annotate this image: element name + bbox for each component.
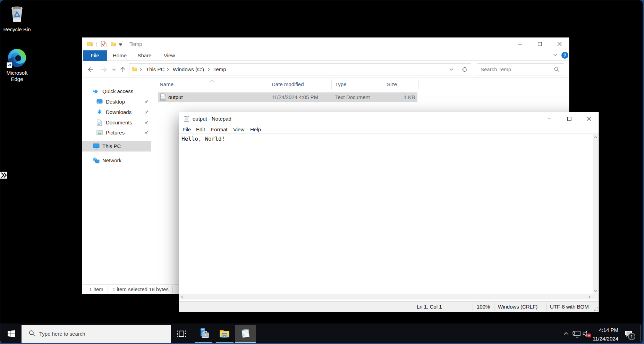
vertical-scrollbar[interactable]	[593, 134, 599, 294]
tab-file[interactable]: File	[83, 50, 107, 61]
taskbar: 4:14 PM 11/24/2024 1	[0, 323, 643, 343]
start-button[interactable]	[0, 323, 22, 343]
tab-home[interactable]: Home	[107, 50, 133, 61]
encoding: UTF-8 with BOM	[550, 302, 589, 312]
show-desktop-button[interactable]	[641, 325, 643, 342]
search-icon	[554, 67, 559, 72]
address-bar[interactable]: This PC Windows (C:) Temp	[129, 63, 458, 75]
menu-help[interactable]: Help	[250, 125, 261, 134]
customize-toolbar-icon[interactable]	[119, 43, 122, 46]
file-row-output[interactable]: output 11/24/2024 4:05 PM Text Document …	[158, 92, 417, 102]
this-pc-icon	[93, 143, 100, 149]
notepad-maximize-button[interactable]	[559, 112, 579, 125]
downloads-icon	[96, 109, 103, 115]
selection-size: 18 bytes	[149, 285, 169, 294]
sidebar-item-documents[interactable]: Documents	[82, 117, 151, 128]
taskbar-search-box[interactable]	[22, 325, 171, 343]
recycle-bin-icon	[9, 4, 25, 24]
tray-show-hidden-icons-button[interactable]	[561, 328, 571, 339]
notepad-text-content: Hello, World!	[181, 136, 225, 142]
crumb-chevron-icon[interactable]	[167, 68, 169, 72]
properties-check-icon[interactable]	[101, 41, 107, 47]
recent-locations-icon[interactable]	[112, 68, 116, 71]
qat-separator	[96, 42, 96, 47]
tab-view[interactable]: View	[156, 50, 182, 61]
tab-share[interactable]: Share	[133, 50, 156, 61]
file-name: output	[168, 92, 183, 102]
double-chevron-right-icon	[0, 172, 7, 179]
column-header-type[interactable]: Type	[335, 79, 347, 90]
crumb-chevron-icon[interactable]	[207, 68, 210, 72]
menu-file[interactable]: File	[183, 125, 191, 134]
task-view-button[interactable]	[171, 323, 192, 343]
breadcrumb-windows-c[interactable]: Windows (C:)	[173, 64, 204, 75]
status-separator	[108, 286, 108, 293]
notepad-window-title: output - Notepad	[193, 112, 231, 125]
minimize-icon	[548, 117, 552, 121]
sidebar-item-pictures[interactable]: Pictures	[82, 128, 151, 138]
explorer-close-button[interactable]	[550, 38, 569, 50]
sidebar-item-network[interactable]: Network	[82, 155, 151, 166]
running-indicator-active	[235, 342, 256, 343]
action-center-button[interactable]: 1	[621, 326, 637, 341]
item-count: 1 item	[89, 285, 103, 294]
cursor-position: Ln 1, Col 1	[417, 302, 442, 312]
connection-bar-expand-button[interactable]	[0, 172, 7, 179]
explorer-search-box[interactable]	[477, 63, 564, 75]
taskbar-app-notepad[interactable]	[235, 325, 256, 342]
new-folder-icon[interactable]	[111, 42, 116, 47]
address-folder-icon	[132, 67, 137, 72]
menu-edit[interactable]: Edit	[196, 125, 205, 134]
notepad-close-button[interactable]	[579, 112, 599, 125]
scroll-left-icon[interactable]	[181, 295, 183, 298]
explorer-search-input[interactable]	[481, 64, 550, 75]
network-icon	[93, 157, 100, 164]
column-separator[interactable]	[331, 80, 332, 89]
back-icon[interactable]	[88, 67, 94, 72]
sidebar-item-quick-access[interactable]: Quick access	[82, 86, 151, 97]
help-button[interactable]: ?	[561, 52, 568, 59]
explorer-maximize-button[interactable]	[530, 38, 550, 50]
tray-clock[interactable]: 4:14 PM 11/24/2024	[577, 326, 618, 341]
resize-grip[interactable]	[594, 307, 598, 311]
notepad-text-area[interactable]: Hello, World!	[179, 134, 593, 294]
scroll-down-icon[interactable]	[594, 290, 598, 292]
maximize-icon	[538, 42, 542, 46]
server-manager-icon	[198, 328, 209, 339]
taskbar-search-input[interactable]	[39, 325, 164, 342]
explorer-minimize-button[interactable]	[510, 38, 530, 50]
menu-format[interactable]: Format	[211, 125, 228, 134]
address-dropdown-icon[interactable]	[449, 68, 454, 71]
horizontal-scrollbar[interactable]	[179, 294, 593, 300]
scroll-right-icon[interactable]	[588, 295, 591, 298]
up-icon[interactable]	[120, 67, 126, 73]
breadcrumb-this-pc[interactable]: This PC	[146, 64, 164, 75]
notepad-minimize-button[interactable]	[540, 112, 559, 125]
recycle-bin-label: Recycle Bin	[3, 26, 31, 33]
taskbar-app-file-explorer[interactable]	[214, 323, 235, 343]
scroll-up-icon[interactable]	[594, 136, 598, 138]
crumb-chevron-icon[interactable]	[139, 68, 142, 72]
column-header-name[interactable]: Name	[160, 79, 173, 90]
search-icon	[29, 330, 35, 336]
desktop-icon-recycle-bin[interactable]: Recycle Bin	[7, 3, 27, 33]
column-header-size[interactable]: Size	[387, 79, 397, 90]
column-separator[interactable]	[268, 80, 268, 89]
desktop-icon	[96, 99, 103, 105]
desktop-icon-microsoft-edge[interactable]: Microsoft Edge	[7, 48, 27, 82]
breadcrumb-temp[interactable]: Temp	[213, 64, 226, 75]
task-view-icon	[177, 330, 186, 337]
taskbar-app-server-manager[interactable]	[193, 323, 214, 343]
sidebar-item-desktop[interactable]: Desktop	[82, 97, 151, 107]
forward-icon[interactable]	[101, 67, 107, 72]
column-separator[interactable]	[384, 80, 384, 89]
column-header-date-modified[interactable]: Date modified	[272, 79, 304, 90]
pin-icon	[144, 131, 149, 135]
menu-view[interactable]: View	[233, 125, 244, 134]
folder-icon[interactable]	[87, 41, 93, 47]
refresh-button[interactable]	[458, 63, 471, 75]
column-separator[interactable]	[418, 80, 419, 89]
sidebar-item-this-pc[interactable]: This PC	[82, 141, 151, 151]
expand-ribbon-icon[interactable]	[553, 54, 557, 56]
sidebar-item-downloads[interactable]: Downloads	[82, 107, 151, 117]
